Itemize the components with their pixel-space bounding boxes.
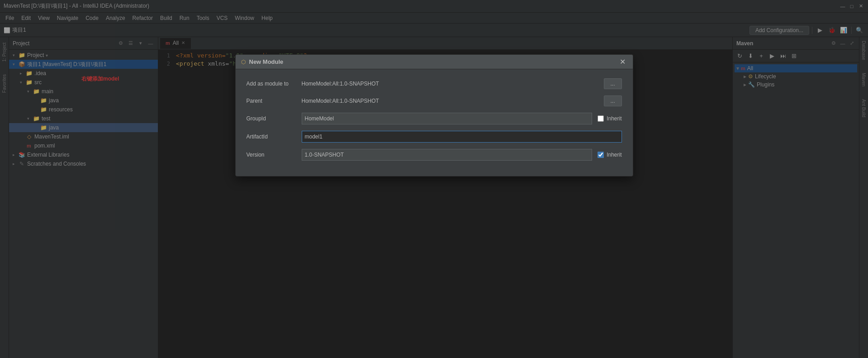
dialog-row-groupid: GroupId Inherit: [247, 113, 622, 124]
dialog-title-bar: ⬡ New Module ✕: [236, 55, 633, 69]
dialog-overlay: ⬡ New Module ✕ Add as module to HomeMode…: [0, 0, 868, 358]
parent-browse-button[interactable]: ...: [604, 95, 622, 106]
version-input[interactable]: [302, 149, 593, 161]
dialog-row-add-as-module: Add as module to HomeModel:All:1.0-SNAPS…: [247, 78, 622, 89]
dialog-row-artifactid: ArtifactId: [247, 131, 622, 143]
parent-value: HomeModel:All:1.0-SNAPSHOT: [302, 98, 598, 104]
new-module-dialog: ⬡ New Module ✕ Add as module to HomeMode…: [235, 54, 633, 177]
dialog-row-parent: Parent HomeModel:All:1.0-SNAPSHOT ...: [247, 95, 622, 106]
dialog-row-version: Version Inherit: [247, 149, 622, 161]
version-label: Version: [247, 152, 296, 158]
artifactid-input[interactable]: [302, 131, 622, 143]
groupid-inherit-row: Inherit: [598, 115, 621, 122]
dialog-title: New Module: [249, 58, 618, 65]
dialog-close-button[interactable]: ✕: [618, 57, 627, 67]
groupid-inherit-label: Inherit: [607, 115, 621, 122]
version-inherit-checkbox[interactable]: [598, 152, 604, 158]
groupid-label: GroupId: [247, 115, 296, 122]
groupid-inherit-checkbox[interactable]: [598, 115, 604, 122]
parent-label: Parent: [247, 98, 296, 104]
version-inherit-label: Inherit: [607, 152, 621, 158]
artifactid-label: ArtifactId: [247, 134, 296, 140]
add-as-module-browse-button[interactable]: ...: [604, 78, 622, 89]
dialog-module-icon: ⬡: [241, 59, 246, 65]
version-inherit-row: Inherit: [598, 152, 621, 158]
groupid-input[interactable]: [302, 113, 593, 124]
add-as-module-label: Add as module to: [247, 81, 296, 87]
dialog-body: Add as module to HomeModel:All:1.0-SNAPS…: [236, 69, 633, 176]
add-as-module-value: HomeModel:All:1.0-SNAPSHOT: [302, 81, 598, 87]
